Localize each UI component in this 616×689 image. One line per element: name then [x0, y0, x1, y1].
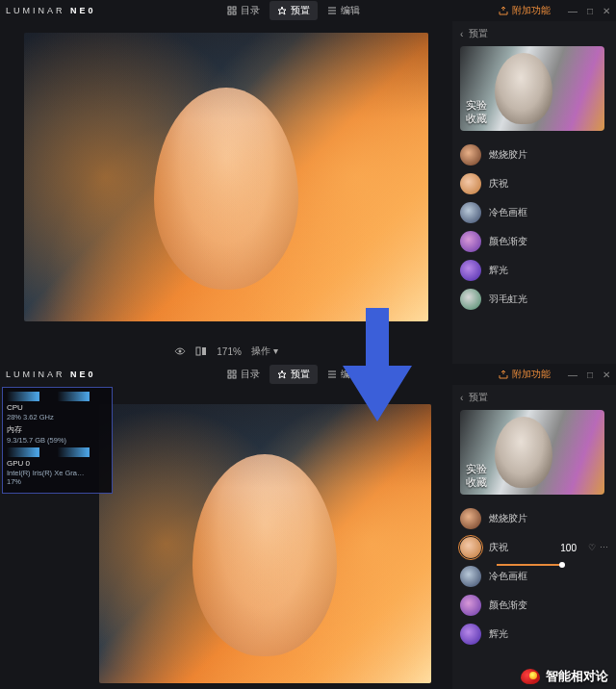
chevron-left-icon[interactable]: ‹	[460, 393, 463, 403]
cpu-line: 28% 3.62 GHz	[7, 413, 108, 421]
svg-rect-0	[228, 7, 231, 10]
preset-item-1[interactable]: 燃烧胶片	[460, 504, 608, 533]
preset-item-5[interactable]: 辉光	[460, 256, 608, 285]
preset-actions: ♡⋯	[588, 543, 608, 552]
cpu-graph	[7, 392, 108, 401]
app-logo: LUMINAR NE0	[6, 370, 96, 379]
side-header: ‹预置	[460, 27, 608, 40]
minimize-button[interactable]: —	[568, 370, 578, 380]
down-arrow	[339, 308, 416, 423]
addon-button[interactable]: 附加功能	[491, 1, 558, 20]
main-photo[interactable]	[24, 33, 428, 321]
zoom-level[interactable]: 171%	[217, 346, 242, 357]
preset-avatar	[460, 537, 481, 558]
preset-item-3[interactable]: 冷色画框	[460, 562, 608, 591]
svg-rect-3	[233, 12, 236, 14]
preset-avatar	[460, 624, 481, 645]
titlebar-top: LUMINAR NE0 目录 预置 编辑 附加功能 — □ ✕	[0, 0, 616, 21]
main-photo[interactable]	[99, 404, 431, 683]
svg-rect-8	[233, 370, 236, 373]
view-tabs: 目录 预置 编辑	[219, 1, 368, 20]
svg-rect-6	[202, 347, 206, 355]
preset-avatar	[460, 231, 481, 252]
preset-item-2[interactable]: 庆祝 100 ♡⋯	[460, 533, 608, 562]
preset-value: 100	[560, 543, 577, 553]
thumb-labels: 实验收藏	[466, 98, 487, 125]
preset-avatar	[460, 566, 481, 587]
preset-item-4[interactable]: 颜色渐变	[460, 591, 608, 620]
titlebar-bot: LUMINAR NE0 目录 预置 编辑 附加功能 — □ ✕	[0, 364, 616, 385]
app-logo: LUMINAR NE0	[6, 6, 96, 15]
mem-label: 内存	[7, 424, 108, 435]
preset-avatar	[460, 144, 481, 166]
preset-thumb[interactable]: 实验收藏	[460, 46, 604, 131]
perf-overlay: CPU28% 3.62 GHz 内存9.3/15.7 GB (59%) GPU …	[2, 387, 113, 494]
mem-line: 9.3/15.7 GB (59%)	[7, 436, 108, 445]
close-button[interactable]: ✕	[603, 6, 610, 16]
gpu-graph	[7, 447, 108, 457]
more-icon[interactable]: ⋯	[600, 543, 608, 552]
maximize-button[interactable]: □	[587, 370, 593, 380]
side-panel: ‹预置 实验收藏 燃烧胶片 庆祝 冷色画框 颜色渐变 辉光 羽毛虹光	[452, 21, 616, 364]
svg-rect-1	[233, 7, 236, 10]
side-panel: ‹预置 实验收藏 燃烧胶片 庆祝 100 ♡⋯ 冷色画框 颜色渐变 辉光	[452, 385, 616, 689]
tab-presets[interactable]: 预置	[270, 1, 318, 20]
svg-rect-2	[228, 12, 231, 14]
compare-icon[interactable]	[195, 345, 207, 357]
tab-catalog[interactable]: 目录	[219, 1, 268, 20]
preset-item-1[interactable]: 燃烧胶片	[460, 140, 608, 169]
svg-rect-9	[228, 375, 231, 378]
window-controls: — □ ✕	[568, 370, 610, 380]
window-controls: — □ ✕	[568, 6, 610, 16]
side-header: ‹预置	[460, 391, 608, 404]
preset-item-6[interactable]: 羽毛虹光	[460, 285, 608, 314]
svg-rect-7	[228, 370, 231, 373]
tab-catalog[interactable]: 目录	[219, 365, 268, 384]
close-button[interactable]: ✕	[603, 370, 610, 380]
preset-avatar	[460, 202, 481, 223]
weibo-icon	[521, 669, 540, 684]
preset-item-3[interactable]: 冷色画框	[460, 198, 608, 227]
gpu-label: GPU 0	[7, 459, 108, 468]
svg-rect-5	[196, 347, 200, 355]
preset-slider[interactable]	[497, 564, 562, 566]
svg-point-4	[179, 350, 182, 353]
svg-rect-10	[233, 375, 236, 378]
eye-icon[interactable]	[174, 345, 186, 357]
tab-presets[interactable]: 预置	[270, 365, 318, 384]
maximize-button[interactable]: □	[587, 6, 593, 16]
addon-button[interactable]: 附加功能	[491, 365, 558, 384]
thumb-labels: 实验收藏	[466, 462, 487, 489]
preset-avatar	[460, 289, 481, 310]
action-menu[interactable]: 操作 ▾	[251, 344, 278, 358]
preset-item-2[interactable]: 庆祝	[460, 169, 608, 198]
canvas-area: CPU28% 3.62 GHz 内存9.3/15.7 GB (59%) GPU …	[0, 385, 452, 689]
chevron-left-icon[interactable]: ‹	[460, 29, 463, 39]
tab-edit[interactable]: 编辑	[320, 1, 368, 20]
preset-avatar	[460, 260, 481, 281]
preset-thumb[interactable]: 实验收藏	[460, 410, 604, 495]
preset-avatar	[460, 508, 481, 529]
preset-item-4[interactable]: 颜色渐变	[460, 227, 608, 256]
preset-avatar	[460, 595, 481, 616]
heart-icon[interactable]: ♡	[588, 543, 596, 552]
minimize-button[interactable]: —	[568, 6, 578, 16]
preset-item-5[interactable]: 辉光	[460, 620, 608, 649]
gpu-line2: 17%	[7, 477, 108, 486]
cpu-label: CPU	[7, 403, 108, 412]
watermark: 智能相对论	[521, 668, 608, 685]
preset-avatar	[460, 173, 481, 194]
gpu-line1: Intel(R) Iris(R) Xe Gra…	[7, 469, 108, 477]
